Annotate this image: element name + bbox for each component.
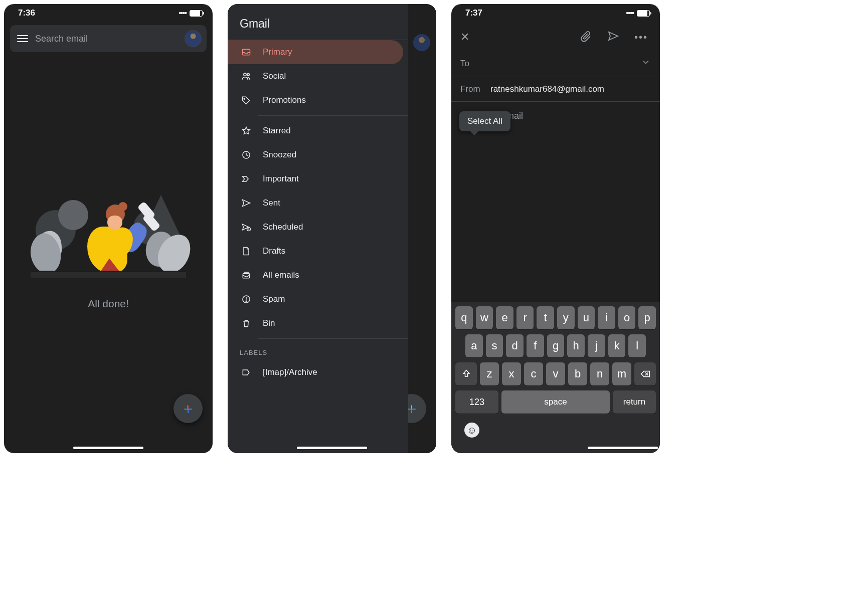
svg-point-2 [247, 74, 249, 76]
key-space[interactable]: space [501, 390, 610, 414]
inbox-empty-state: All done! [4, 182, 213, 310]
keyboard: qwertyuiop asdfghjkl zxcvbnm 123 space r… [451, 302, 660, 453]
svg-point-8 [246, 301, 247, 302]
sidebar-item-bin[interactable]: Bin [228, 311, 403, 335]
key-q[interactable]: q [455, 306, 473, 329]
sidebar-item-scheduled[interactable]: Scheduled [228, 215, 403, 239]
sidebar-item-spam[interactable]: Spam [228, 287, 403, 311]
key-e[interactable]: e [496, 306, 513, 329]
avatar[interactable] [185, 30, 202, 47]
signal-icon: •••• [179, 9, 187, 17]
clock: 7:37 [465, 8, 482, 18]
key-w[interactable]: w [476, 306, 493, 329]
sidebar-item-drafts[interactable]: Drafts [228, 239, 403, 263]
key-o[interactable]: o [618, 306, 636, 329]
sidebar-item-important[interactable]: Important [228, 167, 403, 191]
from-field[interactable]: From ratneshkumar684@gmail.com [451, 77, 660, 102]
tag-icon [241, 95, 252, 105]
drawer-title: Gmail [228, 4, 408, 40]
key-c[interactable]: c [524, 362, 543, 385]
chevron-down-icon[interactable] [641, 57, 651, 70]
sidebar-item-primary[interactable]: Primary [228, 40, 403, 64]
sidebar-item-label-archive[interactable]: [Imap]/Archive [228, 360, 403, 384]
from-value: ratneshkumar684@gmail.com [490, 84, 651, 94]
status-icons: •••• [179, 9, 203, 17]
kbd-below: ☺ [453, 419, 658, 441]
sidebar-item-promotions[interactable]: Promotions [228, 88, 403, 112]
key-d[interactable]: d [506, 334, 524, 357]
label-icon [241, 367, 252, 377]
sidebar-item-label: Snoozed [263, 150, 296, 160]
drawer-list[interactable]: Primary Social Promotions Starred [228, 40, 408, 384]
sidebar-item-social[interactable]: Social [228, 64, 403, 88]
home-indicator[interactable] [588, 447, 658, 449]
divider [258, 338, 408, 339]
to-field[interactable]: To [451, 50, 660, 77]
key-x[interactable]: x [502, 362, 521, 385]
to-label: To [460, 59, 483, 69]
labels-heading: LABELS [228, 342, 408, 360]
search-bar[interactable]: Search email [10, 25, 207, 52]
sidebar-item-label: Bin [263, 318, 275, 328]
clock-icon [241, 150, 252, 160]
more-icon[interactable]: ••• [629, 29, 653, 46]
sidebar-item-sent[interactable]: Sent [228, 191, 403, 215]
key-backspace[interactable] [634, 362, 656, 385]
nav-drawer: Gmail Primary Social Promotions [228, 4, 408, 453]
from-label: From [460, 84, 483, 94]
key-shift[interactable] [455, 362, 477, 385]
home-indicator[interactable] [73, 447, 143, 449]
key-g[interactable]: g [547, 334, 565, 357]
key-b[interactable]: b [568, 362, 587, 385]
important-icon [241, 174, 252, 184]
attach-icon[interactable] [575, 27, 597, 47]
key-k[interactable]: k [608, 334, 626, 357]
menu-icon[interactable] [17, 35, 28, 42]
status-bar: 7:37 •••• [451, 4, 660, 20]
emoji-icon[interactable]: ☺ [464, 423, 479, 438]
kbd-row-2: asdfghjkl [453, 334, 658, 357]
key-123[interactable]: 123 [455, 390, 498, 414]
key-p[interactable]: p [638, 306, 656, 329]
divider [258, 115, 408, 116]
key-t[interactable]: t [537, 306, 554, 329]
inbox-icon [241, 47, 252, 57]
spam-icon [241, 294, 252, 304]
search-input[interactable]: Search email [35, 34, 178, 44]
sidebar-item-snoozed[interactable]: Snoozed [228, 143, 403, 167]
close-icon[interactable]: ✕ [460, 31, 469, 44]
key-r[interactable]: r [516, 306, 534, 329]
plus-icon: ＋ [181, 401, 196, 416]
key-l[interactable]: l [628, 334, 646, 357]
key-v[interactable]: v [546, 362, 565, 385]
compose-fab[interactable]: ＋ [173, 394, 203, 423]
key-f[interactable]: f [527, 334, 544, 357]
sidebar-item-allemails[interactable]: All emails [228, 263, 403, 287]
sidebar-item-label: Primary [263, 47, 292, 57]
key-j[interactable]: j [588, 334, 605, 357]
sidebar-item-label: Sent [263, 198, 280, 208]
key-h[interactable]: h [567, 334, 585, 357]
key-y[interactable]: y [557, 306, 575, 329]
clock: 7:36 [18, 8, 35, 18]
key-z[interactable]: z [480, 362, 499, 385]
key-a[interactable]: a [465, 334, 483, 357]
key-s[interactable]: s [486, 334, 503, 357]
key-return[interactable]: return [613, 390, 656, 414]
key-i[interactable]: i [598, 306, 615, 329]
trash-icon [241, 318, 252, 328]
battery-icon [637, 10, 650, 17]
key-m[interactable]: m [612, 362, 631, 385]
phone-drawer: ＋ Gmail Primary Social Promotion [228, 4, 436, 453]
key-u[interactable]: u [578, 306, 595, 329]
star-icon [241, 126, 252, 136]
sidebar-item-label: Drafts [263, 246, 285, 256]
kbd-row-3: zxcvbnm [453, 362, 658, 385]
send-icon [241, 198, 252, 208]
send-icon[interactable] [602, 27, 624, 47]
sidebar-item-starred[interactable]: Starred [228, 119, 403, 143]
select-all-tooltip[interactable]: Select All [459, 111, 510, 131]
home-indicator[interactable] [297, 447, 367, 449]
phone-inbox: 7:36 •••• Search email [4, 4, 213, 453]
key-n[interactable]: n [590, 362, 609, 385]
